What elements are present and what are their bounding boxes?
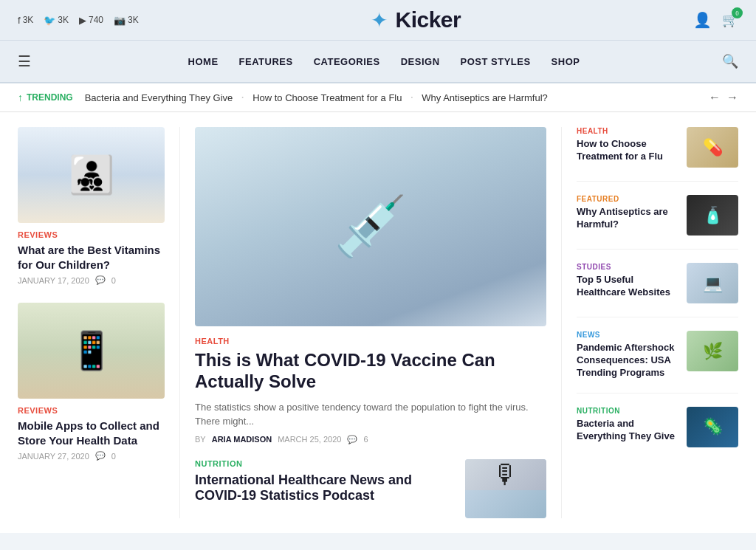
navigation: ☰ HOME FEATURES CATEGORIES DESIGN POST S… <box>0 41 756 83</box>
left-column: 👨‍👧‍👦 REVIEWS What are the Best Vitamins… <box>18 127 180 518</box>
podcast-image: 🎙 <box>465 459 546 490</box>
trending-item-3[interactable]: Why Antiseptics are Harmful? <box>422 92 548 103</box>
sidebar-article-5-category: NUTRITION <box>577 407 679 415</box>
sidebar-article-4-image: 🌿 <box>687 331 738 371</box>
second-article-category: NUTRITION <box>195 459 455 468</box>
top-bar: f 3K 🐦 3K ▶ 740 📷 3K ✦ Kicker 👤 🛒 0 <box>0 0 756 41</box>
comment-icon-2: 💬 <box>95 451 106 461</box>
social-youtube[interactable]: ▶ 740 <box>79 15 103 26</box>
featured-image: 💉 <box>195 127 546 326</box>
sidebar-thumb-1-inner: 💊 <box>687 127 738 168</box>
twitter-icon: 🐦 <box>44 15 55 26</box>
second-article-title[interactable]: International Healthcare News and COVID-… <box>195 472 455 504</box>
sidebar-article-1-category: HEALTH <box>577 127 679 135</box>
sidebar-article-1-title[interactable]: How to Choose Treatment for a Flu <box>577 138 679 163</box>
sidebar-article-3: STUDIES Top 5 Useful Healthcare Websites… <box>577 263 738 317</box>
left-article-1-meta: JANUARY 17, 2020 💬 0 <box>18 275 165 285</box>
comment-icon-1: 💬 <box>95 275 106 285</box>
youtube-icon: ▶ <box>79 15 86 26</box>
trending-text: TRENDING <box>27 92 73 103</box>
featured-excerpt: The statistics show a positive tendency … <box>195 400 546 429</box>
trending-arrow-icon: ↑ <box>18 92 23 103</box>
left-article-2-date: JANUARY 27, 2020 <box>18 452 89 461</box>
search-button[interactable]: 🔍 <box>722 53 738 69</box>
social-links: f 3K 🐦 3K ▶ 740 📷 3K <box>18 15 139 26</box>
sidebar-3-icon: 💻 <box>703 274 723 293</box>
sidebar-article-3-title[interactable]: Top 5 Useful Healthcare Websites <box>577 274 679 299</box>
cart-badge: 0 <box>732 7 743 18</box>
user-button[interactable]: 👤 <box>693 11 712 29</box>
center-column: 💉 HEALTH This is What COVID-19 Vaccine C… <box>180 127 561 518</box>
trending-item-2[interactable]: How to Choose Treatment for a Flu <box>252 92 402 103</box>
sidebar-1-icon: 💊 <box>703 138 723 157</box>
trending-next-button[interactable]: → <box>726 91 738 104</box>
left-article-1-title[interactable]: What are the Best Vitamins for Our Child… <box>18 243 165 272</box>
sidebar-article-5-text: NUTRITION Bacteria and Everything They G… <box>577 407 679 443</box>
twitter-count: 3K <box>58 15 69 25</box>
sidebar-article-2-title[interactable]: Why Antiseptics are Harmful? <box>577 206 679 231</box>
nav-shop[interactable]: SHOP <box>551 43 580 80</box>
sidebar-article-5-title[interactable]: Bacteria and Everything They Give <box>577 418 679 443</box>
podcast-icon: 🎙 <box>492 459 519 490</box>
sidebar-article-5: NUTRITION Bacteria and Everything They G… <box>577 407 738 461</box>
sidebar-article-3-text: STUDIES Top 5 Useful Healthcare Websites <box>577 263 679 299</box>
trending-label: ↑ TRENDING <box>18 92 73 103</box>
sidebar-article-1-text: HEALTH How to Choose Treatment for a Flu <box>577 127 679 163</box>
left-article-2-comments: 0 <box>111 452 116 461</box>
sidebar-4-icon: 🌿 <box>703 342 723 361</box>
sidebar-article-1-image: 💊 <box>687 127 738 168</box>
cart-button[interactable]: 🛒 0 <box>722 12 738 28</box>
sidebar-article-2-image: 🧴 <box>687 195 738 236</box>
sidebar-article-3-category: STUDIES <box>577 263 679 271</box>
second-article-image: 🎙 <box>465 459 546 518</box>
sidebar-article-4-title[interactable]: Pandemic Aftershock Consequences: USA Tr… <box>577 342 679 379</box>
sidebar-5-icon: 🦠 <box>703 417 723 436</box>
right-column: HEALTH How to Choose Treatment for a Flu… <box>561 127 738 518</box>
left-article-2-meta: JANUARY 27, 2020 💬 0 <box>18 451 165 461</box>
header-actions: 👤 🛒 0 <box>693 11 738 29</box>
social-instagram[interactable]: 📷 3K <box>114 15 139 26</box>
trending-navigation: ← → <box>709 91 738 104</box>
second-featured-article: NUTRITION International Healthcare News … <box>195 459 546 518</box>
featured-comment-icon: 💬 <box>347 435 357 444</box>
site-logo[interactable]: ✦ Kicker <box>371 7 461 32</box>
sidebar-2-icon: 🧴 <box>703 206 723 225</box>
sidebar-thumb-2-inner: 🧴 <box>687 195 738 236</box>
nav-design[interactable]: DESIGN <box>401 43 440 80</box>
featured-author: ARIA MADISON <box>212 435 272 444</box>
left-article-2-image: 📱 <box>18 303 165 399</box>
featured-comments: 6 <box>363 435 368 444</box>
social-facebook[interactable]: f 3K <box>18 15 33 26</box>
phone-icon: 📱 <box>69 329 114 372</box>
featured-category: HEALTH <box>195 337 546 346</box>
facebook-icon: f <box>18 15 21 26</box>
trending-items: Bacteria and Everything They Give • How … <box>85 92 697 103</box>
left-article-1: 👨‍👧‍👦 REVIEWS What are the Best Vitamins… <box>18 127 165 285</box>
nav-post-styles[interactable]: POST STYLES <box>461 43 531 80</box>
facebook-count: 3K <box>23 15 34 25</box>
syringe-image: 💉 <box>195 127 546 326</box>
trending-item-1[interactable]: Bacteria and Everything They Give <box>85 92 233 103</box>
featured-title[interactable]: This is What COVID-19 Vaccine Can Actual… <box>195 350 546 393</box>
left-article-2-title[interactable]: Mobile Apps to Collect and Store Your He… <box>18 419 165 447</box>
nav-categories[interactable]: CATEGORIES <box>314 43 380 80</box>
sidebar-article-4-category: NEWS <box>577 331 679 339</box>
sidebar-article-2-text: FEATURED Why Antiseptics are Harmful? <box>577 195 679 231</box>
featured-meta: BY ARIA MADISON MARCH 25, 2020 💬 6 <box>195 435 546 444</box>
left-article-2-category: REVIEWS <box>18 406 165 415</box>
trending-dot-1: • <box>241 94 244 101</box>
left-article-1-image: 👨‍👧‍👦 <box>18 127 165 223</box>
syringe-icon: 💉 <box>334 192 408 261</box>
left-article-1-date: JANUARY 17, 2020 <box>18 276 89 285</box>
featured-date: MARCH 25, 2020 <box>278 435 341 444</box>
nav-home[interactable]: HOME <box>188 43 219 80</box>
sidebar-article-1: HEALTH How to Choose Treatment for a Flu… <box>577 127 738 182</box>
nav-links: HOME FEATURES CATEGORIES DESIGN POST STY… <box>46 43 722 80</box>
sidebar-article-2: FEATURED Why Antiseptics are Harmful? 🧴 <box>577 195 738 250</box>
trending-prev-button[interactable]: ← <box>709 91 721 104</box>
social-twitter[interactable]: 🐦 3K <box>44 15 69 26</box>
nav-features[interactable]: FEATURES <box>239 43 293 80</box>
logo-icon: ✦ <box>371 8 388 32</box>
hamburger-menu[interactable]: ☰ <box>18 41 31 82</box>
site-name: Kicker <box>395 7 461 32</box>
